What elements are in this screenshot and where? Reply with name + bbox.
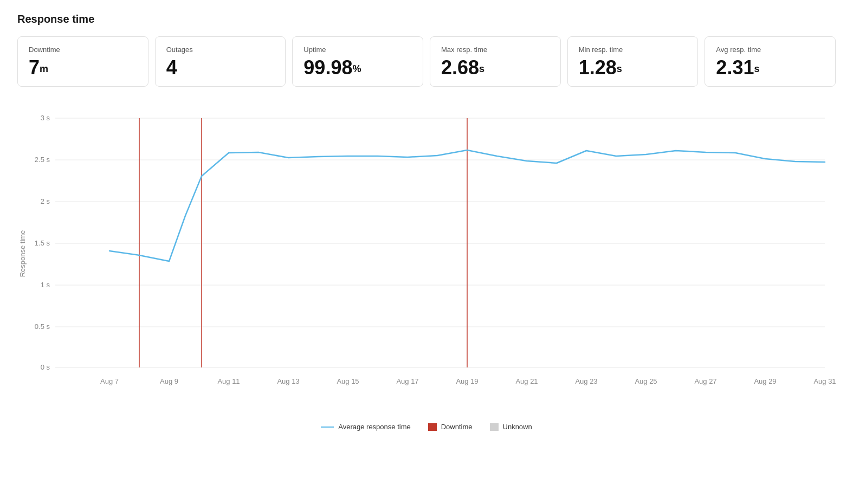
svg-text:Aug 17: Aug 17 <box>396 377 418 385</box>
svg-text:Aug 29: Aug 29 <box>754 377 776 385</box>
legend-unknown: Unknown <box>490 423 532 431</box>
svg-text:Aug 23: Aug 23 <box>575 377 597 385</box>
chart-legend: Average response time Downtime Unknown <box>17 423 836 431</box>
svg-text:1 s: 1 s <box>41 281 50 289</box>
page-title: Response time <box>17 13 836 25</box>
svg-text:Aug 11: Aug 11 <box>217 377 240 385</box>
svg-text:3 s: 3 s <box>41 114 50 122</box>
stat-value-min-resp: 1.28s <box>579 58 687 77</box>
chart-container: 3 s 2.5 s 2 s 1.5 s 1 s 0.5 s 0 s Respon… <box>17 102 836 416</box>
stat-card-avg-resp: Avg resp. time 2.31s <box>705 36 836 87</box>
svg-text:Aug 19: Aug 19 <box>456 377 478 385</box>
legend-downtime-icon <box>428 423 437 431</box>
stat-card-max-resp: Max resp. time 2.68s <box>430 36 561 87</box>
stat-card-min-resp: Min resp. time 1.28s <box>567 36 699 87</box>
svg-text:Aug 25: Aug 25 <box>635 377 657 385</box>
legend-avg-response: Average response time <box>321 423 410 431</box>
stat-label-min-resp: Min resp. time <box>579 46 687 54</box>
svg-text:Aug 7: Aug 7 <box>100 377 119 385</box>
stat-card-downtime: Downtime 7m <box>17 36 148 87</box>
stat-value-outages: 4 <box>166 58 275 77</box>
stat-label-outages: Outages <box>166 46 275 54</box>
svg-text:2.5 s: 2.5 s <box>35 156 50 164</box>
svg-text:Aug 15: Aug 15 <box>337 377 359 385</box>
stat-value-avg-resp: 2.31s <box>716 58 824 77</box>
stat-label-max-resp: Max resp. time <box>441 46 550 54</box>
legend-unknown-label: Unknown <box>503 423 532 431</box>
stat-card-uptime: Uptime 99.98% <box>292 36 423 87</box>
svg-text:Aug 27: Aug 27 <box>694 377 716 385</box>
svg-text:Aug 21: Aug 21 <box>515 377 538 385</box>
svg-text:0 s: 0 s <box>41 363 50 371</box>
svg-text:Aug 9: Aug 9 <box>160 377 178 385</box>
stat-value-downtime: 7m <box>29 58 137 77</box>
svg-text:1.5 s: 1.5 s <box>35 239 50 247</box>
legend-downtime-label: Downtime <box>441 423 473 431</box>
response-time-chart: 3 s 2.5 s 2 s 1.5 s 1 s 0.5 s 0 s Respon… <box>17 102 836 416</box>
stat-value-max-resp: 2.68s <box>441 58 550 77</box>
stat-label-avg-resp: Avg resp. time <box>716 46 824 54</box>
svg-text:Aug 31: Aug 31 <box>813 377 836 385</box>
stat-label-uptime: Uptime <box>303 46 412 54</box>
stat-value-uptime: 99.98% <box>303 58 412 77</box>
stat-label-downtime: Downtime <box>29 46 137 54</box>
legend-downtime: Downtime <box>428 423 473 431</box>
svg-text:Response time: Response time <box>18 230 27 277</box>
svg-text:Aug 13: Aug 13 <box>277 377 299 385</box>
legend-line-icon <box>321 427 334 428</box>
svg-text:0.5 s: 0.5 s <box>35 322 50 331</box>
svg-text:2 s: 2 s <box>41 197 50 205</box>
legend-unknown-icon <box>490 423 499 431</box>
legend-avg-label: Average response time <box>338 423 410 431</box>
stats-row: Downtime 7m Outages 4 Uptime 99.98% Max … <box>17 36 836 87</box>
stat-card-outages: Outages 4 <box>155 36 286 87</box>
